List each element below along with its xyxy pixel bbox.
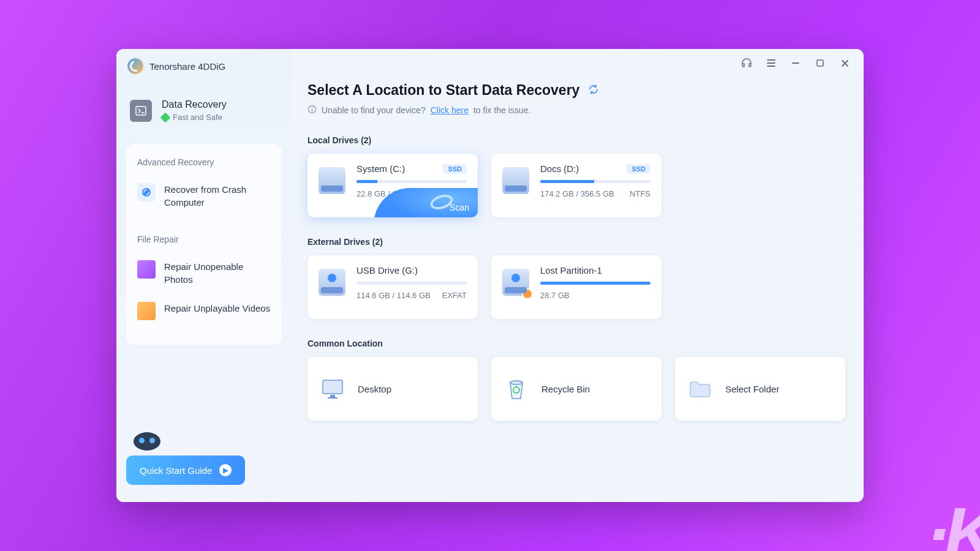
folder-icon <box>686 375 714 403</box>
usb-drive-icon <box>318 269 345 296</box>
drive-name: Lost Partition-1 <box>540 265 602 276</box>
location-card-desktop[interactable]: Desktop <box>307 357 478 421</box>
main-pane: Select A Location to Start Data Recovery… <box>292 49 864 502</box>
refresh-icon[interactable] <box>588 84 599 97</box>
svg-point-1 <box>142 188 151 197</box>
common-location-label: Common Location <box>307 339 845 348</box>
drive-card-docs-d[interactable]: Docs (D:) SSD 174.2 GB / 356.5 GB NTFS <box>491 154 662 217</box>
sidebar: Tenorshare 4DDiG Data Recovery Fast and … <box>116 49 292 502</box>
common-location-row: Desktop Recycle Bin Select Folder <box>307 357 845 421</box>
warning-badge-icon <box>522 288 533 299</box>
drive-name: USB Drive (G:) <box>356 265 418 276</box>
location-label: Select Folder <box>725 384 779 394</box>
drive-filesystem: EXFAT <box>442 291 467 300</box>
location-label: Desktop <box>358 384 391 394</box>
page-title: Select A Location to Start Data Recovery <box>307 82 579 99</box>
info-icon <box>307 105 317 116</box>
scan-button[interactable]: Scan <box>450 203 469 212</box>
usage-bar-fill <box>356 180 377 183</box>
sidebar-primary[interactable]: Data Recovery Fast and Safe <box>116 83 292 134</box>
local-drives-label: Local Drives (2) <box>307 135 845 145</box>
svg-rect-4 <box>323 380 342 394</box>
maximize-icon[interactable] <box>813 56 827 70</box>
drive-name: Docs (D:) <box>540 163 579 174</box>
app-window: Tenorshare 4DDiG Data Recovery Fast and … <box>116 49 864 502</box>
recycle-bin-icon <box>502 375 530 403</box>
external-drives-label: External Drives (2) <box>307 237 845 247</box>
watermark: ·K <box>929 491 980 551</box>
app-title: Tenorshare 4DDiG <box>149 61 225 72</box>
svg-point-7 <box>510 381 522 384</box>
local-drives-row: System (C:) SSD 22.8 GB / 120.0 GB Scan … <box>307 154 845 217</box>
sidebar-item-label: Recover from Crash Computer <box>164 183 271 209</box>
quick-start-button[interactable]: Quick Start Guide ▶ <box>126 455 245 485</box>
drive-name: System (C:) <box>356 163 405 174</box>
robot-icon <box>134 432 160 451</box>
sidebar-item-repair-videos[interactable]: Repair Unplayable Videos <box>137 297 271 331</box>
drive-usage: 114.6 GB / 114.6 GB <box>356 291 431 300</box>
hint-text-suffix: to fix the issue. <box>473 105 530 115</box>
crash-computer-icon <box>137 183 156 201</box>
advanced-recovery-label: Advanced Recovery <box>137 157 271 167</box>
location-card-recycle-bin[interactable]: Recycle Bin <box>491 357 662 421</box>
close-icon[interactable] <box>838 56 851 70</box>
quick-start-label: Quick Start Guide <box>140 465 212 476</box>
titlebar: Tenorshare 4DDiG <box>116 49 292 83</box>
drive-usage: 174.2 GB / 356.5 GB <box>540 189 614 198</box>
support-icon[interactable] <box>740 56 753 70</box>
sidebar-primary-title: Data Recovery <box>162 99 227 110</box>
sidebar-item-label: Repair Unopenable Photos <box>164 260 271 286</box>
hint-text-prefix: Unable to find your device? <box>322 105 426 115</box>
drive-card-lost-partition[interactable]: Lost Partition-1 28.7 GB <box>491 255 662 319</box>
lost-partition-icon <box>502 269 529 296</box>
drive-card-system-c[interactable]: System (C:) SSD 22.8 GB / 120.0 GB Scan <box>307 154 478 217</box>
drive-badge: SSD <box>443 164 467 174</box>
svg-rect-6 <box>328 397 337 399</box>
arrow-right-icon: ▶ <box>219 464 232 476</box>
drive-card-usb-g[interactable]: USB Drive (G:) 114.6 GB / 114.6 GB EXFAT <box>307 255 478 319</box>
sidebar-item-recover-crash[interactable]: Recover from Crash Computer <box>137 178 271 220</box>
drive-icon <box>502 167 529 194</box>
hint-link[interactable]: Click here <box>431 105 469 115</box>
hint-bar: Unable to find your device? Click here t… <box>307 105 845 116</box>
sidebar-item-repair-photos[interactable]: Repair Unopenable Photos <box>137 255 271 297</box>
sidebar-card: Advanced Recovery Recover from Crash Com… <box>126 144 282 345</box>
minimize-icon[interactable] <box>789 56 802 70</box>
usage-bar-fill <box>540 180 594 183</box>
shield-icon <box>160 112 171 122</box>
sidebar-primary-subtitle: Fast and Safe <box>173 113 222 122</box>
photo-repair-icon <box>137 260 156 279</box>
desktop-icon <box>318 375 347 403</box>
data-recovery-icon <box>130 100 152 122</box>
drive-badge: SSD <box>627 164 650 174</box>
location-label: Recycle Bin <box>541 384 590 394</box>
location-card-select-folder[interactable]: Select Folder <box>675 357 845 421</box>
drive-usage: 28.7 GB <box>540 291 570 300</box>
svg-rect-2 <box>817 60 823 66</box>
sidebar-item-label: Repair Unplayable Videos <box>164 302 270 315</box>
drive-icon <box>318 167 345 194</box>
app-logo-icon <box>127 58 143 74</box>
video-repair-icon <box>137 302 156 320</box>
quick-start-area: Quick Start Guide ▶ <box>116 432 292 502</box>
window-controls <box>740 56 851 70</box>
external-drives-row: USB Drive (G:) 114.6 GB / 114.6 GB EXFAT… <box>307 255 845 319</box>
drive-filesystem: NTFS <box>630 189 650 198</box>
file-repair-label: File Repair <box>137 234 271 244</box>
menu-icon[interactable] <box>764 56 778 70</box>
svg-rect-5 <box>330 395 335 397</box>
usage-bar-fill <box>540 282 650 285</box>
